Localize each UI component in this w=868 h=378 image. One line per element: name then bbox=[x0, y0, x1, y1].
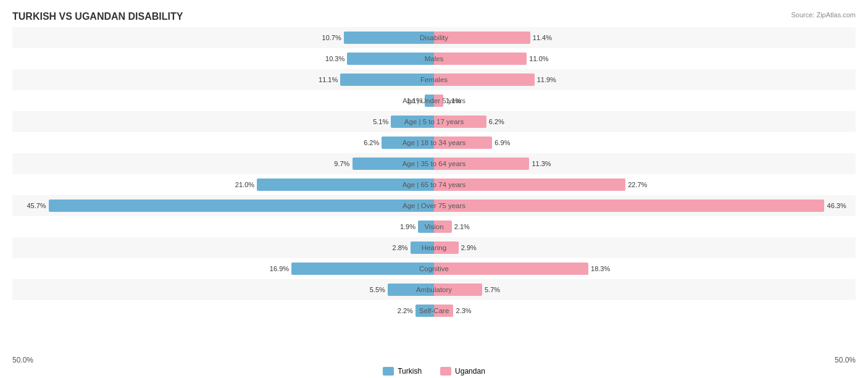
val-left: 16.9% bbox=[270, 265, 289, 272]
val-left: 9.7% bbox=[334, 160, 349, 167]
legend-ugandan: Ugandan bbox=[440, 367, 485, 376]
row-label: Females bbox=[420, 76, 448, 83]
table-row: Females11.1%11.9% bbox=[12, 69, 856, 90]
val-right: 11.4% bbox=[533, 34, 552, 41]
val-left: 2.8% bbox=[393, 244, 408, 251]
axis-labels: 50.0% 50.0% bbox=[12, 353, 856, 364]
legend-turkish-label: Turkish bbox=[398, 367, 422, 376]
val-right: 2.1% bbox=[454, 223, 470, 230]
table-row: Cognitive16.9%18.3% bbox=[12, 258, 856, 279]
val-right: 11.9% bbox=[537, 76, 556, 83]
table-row: Males10.3%11.0% bbox=[12, 48, 856, 69]
val-right: 6.2% bbox=[489, 118, 504, 125]
row-label: Vision bbox=[424, 223, 443, 230]
row-label: Disability bbox=[420, 34, 448, 41]
row-label: Age | Over 75 years bbox=[403, 202, 465, 209]
table-row: Age | 35 to 64 years9.7%11.3% bbox=[12, 153, 856, 174]
axis-left: 50.0% bbox=[12, 356, 33, 364]
table-row: Age | 5 to 17 years5.1%6.2% bbox=[12, 111, 856, 132]
legend-turkish-color bbox=[383, 367, 394, 376]
table-row: Hearing2.8%2.9% bbox=[12, 237, 856, 258]
val-right: 1.1% bbox=[446, 97, 461, 104]
row-label: Hearing bbox=[422, 244, 446, 251]
table-row: Age | Over 75 years45.7%46.3% bbox=[12, 195, 856, 216]
chart-title: TURKISH VS UGANDAN DISABILITY bbox=[12, 11, 856, 22]
legend-ugandan-label: Ugandan bbox=[455, 367, 485, 376]
val-left: 5.1% bbox=[373, 118, 388, 125]
source-label: Source: ZipAtlas.com bbox=[791, 11, 856, 19]
val-right: 6.9% bbox=[495, 139, 510, 146]
val-left: 6.2% bbox=[364, 139, 379, 146]
val-left: 21.0% bbox=[235, 181, 254, 188]
table-row: Vision1.9%2.1% bbox=[12, 216, 856, 237]
val-right: 22.7% bbox=[628, 181, 647, 188]
table-row: Ambulatory5.5%5.7% bbox=[12, 279, 856, 300]
val-left: 1.1% bbox=[407, 97, 422, 104]
val-left: 10.3% bbox=[325, 55, 344, 62]
row-label: Males bbox=[425, 55, 444, 62]
chart-area: Disability10.7%11.4%Males10.3%11.0%Femal… bbox=[12, 27, 856, 335]
val-left: 5.5% bbox=[370, 286, 385, 293]
row-label: Cognitive bbox=[419, 265, 449, 272]
val-left: 10.7% bbox=[322, 34, 341, 41]
legend-turkish: Turkish bbox=[383, 367, 422, 376]
val-right: 2.9% bbox=[461, 244, 477, 251]
val-right: 46.3% bbox=[827, 202, 846, 209]
table-row: Disability10.7%11.4% bbox=[12, 27, 856, 48]
val-right: 2.3% bbox=[456, 307, 472, 314]
table-row: Self-Care2.2%2.3% bbox=[12, 300, 856, 321]
val-left: 11.1% bbox=[319, 76, 338, 83]
legend-ugandan-color bbox=[440, 367, 451, 376]
row-label: Ambulatory bbox=[416, 286, 452, 293]
row-label: Age | 5 to 17 years bbox=[404, 118, 464, 125]
val-right: 18.3% bbox=[591, 265, 610, 272]
val-right: 11.0% bbox=[529, 55, 548, 62]
chart-container: TURKISH VS UGANDAN DISABILITY Source: Zi… bbox=[0, 0, 868, 378]
val-left: 1.9% bbox=[400, 223, 415, 230]
val-left: 2.2% bbox=[398, 307, 413, 314]
row-label: Age | 35 to 64 years bbox=[403, 160, 466, 167]
bottom-section: 50.0% 50.0% Turkish Ugandan bbox=[12, 353, 856, 376]
row-label: Self-Care bbox=[419, 307, 449, 314]
val-left: 45.7% bbox=[27, 202, 46, 209]
val-right: 5.7% bbox=[485, 286, 500, 293]
table-row: Age | Under 5 years1.1%1.1% bbox=[12, 90, 856, 111]
axis-right: 50.0% bbox=[835, 356, 856, 364]
row-label: Age | 18 to 34 years bbox=[403, 139, 466, 146]
legend: Turkish Ugandan bbox=[12, 367, 856, 376]
table-row: Age | 65 to 74 years21.0%22.7% bbox=[12, 174, 856, 195]
val-right: 11.3% bbox=[532, 160, 551, 167]
table-row: Age | 18 to 34 years6.2%6.9% bbox=[12, 132, 856, 153]
row-label: Age | 65 to 74 years bbox=[403, 181, 466, 188]
